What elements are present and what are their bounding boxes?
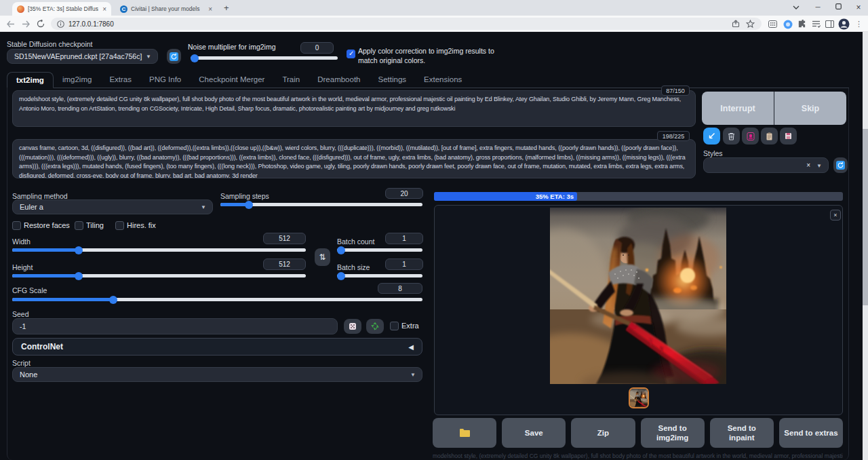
- prompt-textarea[interactable]: modelshoot style, (extremely detailed CG…: [12, 90, 696, 127]
- restore-faces-checkbox[interactable]: [12, 221, 21, 230]
- close-image-button[interactable]: ×: [830, 210, 841, 221]
- refresh-checkpoint-button[interactable]: [167, 49, 181, 64]
- skip-button[interactable]: Skip: [774, 92, 846, 125]
- cfg-scale-label: CFG Scale: [12, 286, 47, 294]
- apps-grid-icon[interactable]: [767, 18, 778, 30]
- width-slider[interactable]: [12, 248, 306, 252]
- main-tab-nav: txt2img img2img Extras PNG Info Checkpoi…: [7, 72, 849, 88]
- page-scrollbar-thumb[interactable]: [863, 129, 868, 305]
- tiling-checkbox[interactable]: [75, 221, 83, 230]
- profile-avatar[interactable]: [838, 18, 850, 30]
- forward-icon[interactable]: [20, 18, 32, 30]
- width-value[interactable]: 512: [263, 233, 306, 244]
- tab-checkpoint-merger[interactable]: Checkpoint Merger: [190, 72, 273, 88]
- chevron-down-icon: ▼: [201, 204, 206, 210]
- hires-fix-checkbox[interactable]: [115, 221, 124, 230]
- sampling-method-dropdown[interactable]: Euler a ▼: [12, 199, 213, 214]
- send-to-img2img-button[interactable]: Send to img2img: [641, 418, 705, 448]
- extension-badge-icon[interactable]: [782, 18, 793, 30]
- interrupt-button[interactable]: Interrupt: [702, 92, 774, 125]
- controlnet-accordion[interactable]: ControlNet ◀: [12, 338, 422, 356]
- new-tab-button[interactable]: +: [224, 3, 229, 13]
- chevron-down-icon: ▼: [816, 162, 822, 168]
- open-folder-button[interactable]: [433, 418, 496, 448]
- negative-prompt-textarea[interactable]: canvas frame, cartoon, 3d, ((disfigured)…: [12, 139, 696, 178]
- extra-seed-checkbox[interactable]: [390, 322, 399, 330]
- tab-train[interactable]: Train: [273, 72, 309, 88]
- generation-info-text: modelshoot style, (extremely detailed CG…: [433, 453, 843, 460]
- color-correction-checkbox[interactable]: [347, 50, 355, 58]
- save-style-button[interactable]: [780, 128, 797, 145]
- save-button[interactable]: Save: [502, 418, 566, 448]
- share-icon[interactable]: [732, 20, 740, 28]
- swap-width-height-button[interactable]: ⇅: [315, 248, 330, 266]
- generated-image[interactable]: [550, 208, 726, 384]
- hires-fix-label: Hires. fix: [127, 221, 156, 229]
- noise-multiplier-label: Noise multiplier for img2img: [188, 43, 276, 51]
- reading-list-icon[interactable]: [810, 18, 822, 30]
- show-extra-networks-button[interactable]: [742, 128, 759, 145]
- back-icon[interactable]: [4, 18, 16, 30]
- noise-multiplier-slider[interactable]: [191, 56, 338, 60]
- browser-tab-title: Civitai | Share your models: [131, 5, 204, 12]
- send-to-inpaint-button[interactable]: Send to inpaint: [710, 418, 774, 448]
- browser-toolbar: 127.0.0.1:7860 ⋮: [0, 16, 868, 32]
- tab-settings[interactable]: Settings: [370, 72, 416, 88]
- image-thumbnail[interactable]: [629, 387, 649, 408]
- clear-prompt-button[interactable]: [723, 128, 740, 145]
- bookmark-star-icon[interactable]: [746, 20, 755, 28]
- batch-size-value[interactable]: 1: [385, 258, 423, 270]
- tab-dreambooth[interactable]: Dreambooth: [309, 72, 369, 88]
- sampling-steps-value[interactable]: 20: [385, 188, 423, 199]
- refresh-styles-button[interactable]: [833, 157, 848, 173]
- checkpoint-dropdown[interactable]: SD15NewVAEpruned.ckpt [27a4ac756c] ▼: [7, 49, 158, 64]
- apply-styles-button[interactable]: [761, 128, 778, 145]
- batch-size-label: Batch size: [337, 263, 370, 271]
- reload-icon[interactable]: [35, 18, 47, 30]
- noise-multiplier-value[interactable]: 0: [300, 42, 334, 54]
- browser-tab-civitai[interactable]: C Civitai | Share your models ×: [115, 2, 217, 16]
- random-seed-dice-button[interactable]: [344, 319, 361, 334]
- extra-seed-label: Extra: [401, 322, 419, 330]
- script-dropdown[interactable]: None ▼: [12, 367, 422, 382]
- side-panel-icon[interactable]: [824, 18, 835, 30]
- tab-extras[interactable]: Extras: [100, 72, 140, 88]
- address-bar[interactable]: 127.0.0.1:7860: [51, 18, 762, 30]
- extensions-puzzle-icon[interactable]: [796, 18, 808, 30]
- tab-close-icon[interactable]: ×: [102, 5, 106, 13]
- window-maximize-button[interactable]: [829, 1, 848, 14]
- sampling-steps-slider[interactable]: [220, 203, 422, 206]
- stable-diffusion-favicon: [17, 5, 24, 13]
- chevron-down-icon: ▼: [146, 54, 151, 60]
- tab-extensions[interactable]: Extensions: [415, 72, 471, 88]
- browser-menu-icon[interactable]: ⋮: [853, 18, 865, 30]
- cfg-scale-value[interactable]: 8: [378, 283, 422, 294]
- styles-dropdown[interactable]: × ▼: [703, 157, 829, 173]
- send-to-extras-button[interactable]: Send to extras: [779, 418, 843, 448]
- checkpoint-label: Stable Diffusion checkpoint: [7, 40, 92, 48]
- height-slider[interactable]: [12, 274, 306, 277]
- batch-count-value[interactable]: 1: [385, 233, 423, 244]
- tab-txt2img[interactable]: txt2img: [7, 72, 54, 88]
- zip-button[interactable]: Zip: [571, 418, 635, 448]
- window-chevron-icon[interactable]: [787, 1, 806, 14]
- color-correction-label: Apply color correction to img2img result…: [358, 46, 497, 65]
- window-minimize-button[interactable]: ─: [808, 1, 827, 14]
- reuse-seed-recycle-button[interactable]: [366, 319, 384, 334]
- tab-close-icon[interactable]: ×: [208, 5, 212, 13]
- seed-input[interactable]: -1: [12, 318, 338, 334]
- tab-png-info[interactable]: PNG Info: [140, 72, 190, 88]
- batch-size-slider[interactable]: [337, 274, 422, 277]
- batch-count-slider[interactable]: [337, 248, 422, 252]
- clear-styles-icon[interactable]: ×: [806, 161, 810, 169]
- paste-generation-params-button[interactable]: [703, 128, 720, 145]
- site-info-icon[interactable]: [57, 20, 64, 28]
- script-label: Script: [12, 359, 31, 367]
- output-buttons-row: Save Zip Send to img2img Send to inpaint…: [433, 418, 843, 448]
- window-close-button[interactable]: ×: [849, 1, 868, 14]
- url-text: 127.0.0.1:7860: [68, 20, 114, 28]
- height-value[interactable]: 512: [263, 258, 306, 270]
- browser-tab-stable-diffusion[interactable]: [35% ETA: 3s] Stable Diffusion ×: [12, 2, 111, 16]
- tab-img2img[interactable]: img2img: [54, 72, 100, 88]
- cfg-scale-slider[interactable]: [12, 298, 422, 301]
